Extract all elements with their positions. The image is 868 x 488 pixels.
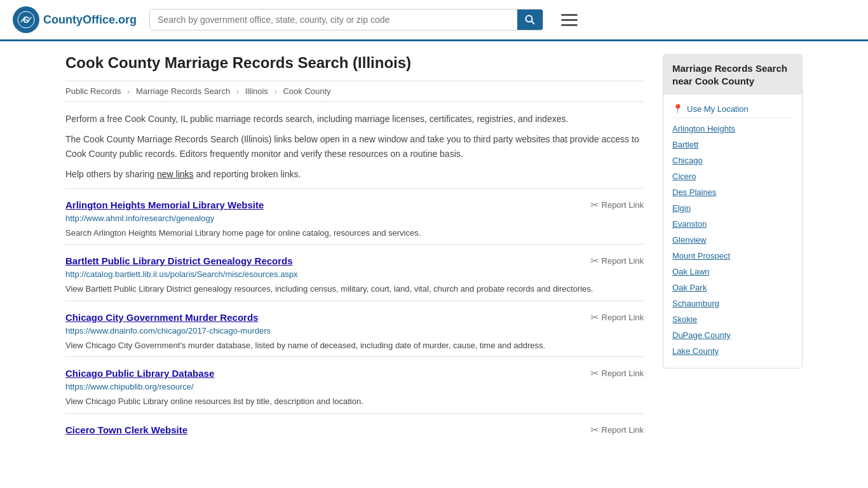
result-title[interactable]: Chicago City Government Murder Records	[65, 312, 258, 323]
sidebar-link-des-plaines[interactable]: Des Plaines	[672, 184, 793, 200]
breadcrumb-cook-county[interactable]: Cook County	[283, 86, 330, 96]
result-card: Chicago Public Library Database ✂ Report…	[65, 356, 644, 413]
report-icon: ✂	[590, 367, 599, 379]
breadcrumb-marriage-records-search[interactable]: Marriage Records Search	[136, 86, 230, 96]
description-3: Help others by sharing new links and rep…	[65, 167, 644, 181]
sidebar-link-oak-lawn[interactable]: Oak Lawn	[672, 264, 793, 280]
report-link-button[interactable]: ✂ Report Link	[590, 367, 644, 379]
result-title[interactable]: Arlington Heights Memorial Library Websi…	[65, 200, 264, 210]
result-desc: Search Arlington Heights Memorial Librar…	[65, 227, 644, 240]
result-url[interactable]: http://www.ahml.info/research/genealogy	[65, 214, 644, 223]
search-input[interactable]	[150, 10, 517, 30]
search-bar	[149, 9, 543, 30]
sidebar-link-lake-county[interactable]: Lake County	[672, 343, 793, 359]
report-link-button[interactable]: ✂ Report Link	[590, 199, 644, 211]
sidebar-link-skokie[interactable]: Skokie	[672, 311, 793, 327]
breadcrumb-public-records[interactable]: Public Records	[65, 86, 121, 96]
new-links-link[interactable]: new links	[157, 169, 194, 179]
logo-text: CountyOffice.org	[43, 13, 137, 27]
report-icon: ✂	[590, 424, 599, 436]
result-title[interactable]: Chicago Public Library Database	[65, 368, 214, 379]
result-card: Chicago City Government Murder Records ✂…	[65, 301, 644, 357]
result-url[interactable]: https://www.dnainfo.com/chicago/2017-chi…	[65, 326, 644, 336]
description-1: Perform a free Cook County, IL public ma…	[65, 112, 644, 126]
sidebar-link-schaumburg[interactable]: Schaumburg	[672, 295, 793, 311]
svg-point-2	[526, 16, 532, 22]
hamburger-line-1	[561, 14, 578, 16]
sidebar-link-mount-prospect[interactable]: Mount Prospect	[672, 248, 793, 264]
report-icon: ✂	[590, 255, 599, 267]
result-card: Bartlett Public Library District Genealo…	[65, 244, 644, 301]
result-card: Arlington Heights Memorial Library Websi…	[65, 188, 644, 245]
sidebar-link-elgin[interactable]: Elgin	[672, 200, 793, 216]
report-link-button[interactable]: ✂ Report Link	[590, 311, 644, 323]
location-icon: 📍	[672, 104, 683, 114]
logo-icon: C	[13, 6, 39, 33]
breadcrumb: Public Records › Marriage Records Search…	[65, 81, 644, 102]
sidebar-link-bartlett[interactable]: Bartlett	[672, 137, 793, 152]
search-button[interactable]	[517, 10, 543, 30]
sidebar: Marriage Records Search near Cook County…	[663, 54, 803, 444]
result-title[interactable]: Cicero Town Clerk Website	[65, 424, 187, 435]
sidebar-link-arlington-heights[interactable]: Arlington Heights	[672, 121, 793, 137]
sidebar-link-dupage-county[interactable]: DuPage County	[672, 327, 793, 343]
breadcrumb-illinois[interactable]: Illinois	[245, 86, 268, 96]
sidebar-link-evanston[interactable]: Evanston	[672, 216, 793, 232]
sidebar-link-cicero[interactable]: Cicero	[672, 168, 793, 184]
hamburger-menu-button[interactable]	[556, 11, 583, 29]
report-icon: ✂	[590, 199, 599, 211]
sidebar-link-glenview[interactable]: Glenview	[672, 232, 793, 248]
report-link-button[interactable]: ✂ Report Link	[590, 424, 644, 436]
result-url[interactable]: http://catalog.bartlett.lib.il.us/polari…	[65, 269, 644, 279]
result-desc: View Chicago Public Library online resou…	[65, 395, 644, 408]
search-icon	[525, 15, 535, 25]
svg-line-3	[532, 22, 535, 25]
logo[interactable]: C CountyOffice.org	[13, 6, 137, 33]
hamburger-line-2	[561, 19, 578, 21]
sidebar-link-oak-park[interactable]: Oak Park	[672, 280, 793, 295]
description-2: The Cook County Marriage Records Search …	[65, 132, 644, 161]
report-link-button[interactable]: ✂ Report Link	[590, 255, 644, 267]
result-desc: View Chicago City Government's murder da…	[65, 339, 644, 352]
hamburger-line-3	[561, 24, 578, 26]
result-card: Cicero Town Clerk Website ✂ Report Link	[65, 413, 644, 444]
result-desc: View Bartlett Public Library District ge…	[65, 283, 644, 295]
report-icon: ✂	[590, 311, 599, 323]
page-title: Cook County Marriage Records Search (Ill…	[65, 54, 644, 72]
sidebar-header: Marriage Records Search near Cook County	[663, 55, 802, 95]
use-my-location-link[interactable]: 📍 Use My Location	[672, 100, 793, 118]
result-title[interactable]: Bartlett Public Library District Genealo…	[65, 255, 293, 266]
result-url[interactable]: https://www.chipublib.org/resource/	[65, 382, 644, 391]
sidebar-link-chicago[interactable]: Chicago	[672, 152, 793, 168]
results-list: Arlington Heights Memorial Library Websi…	[65, 188, 644, 444]
